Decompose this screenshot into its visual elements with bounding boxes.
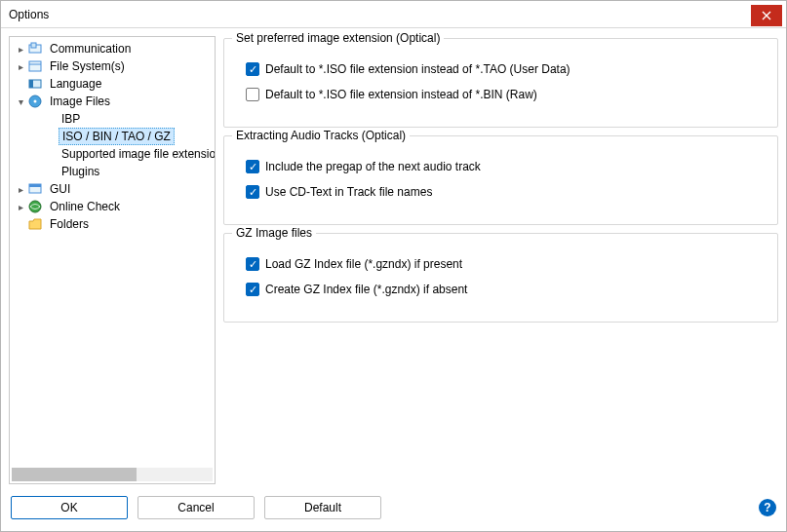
option-label: Load GZ Index file (*.gzndx) if present xyxy=(265,257,462,271)
svg-point-10 xyxy=(29,201,41,212)
cancel-button[interactable]: Cancel xyxy=(138,496,255,519)
tree-item-image-files[interactable]: ▾ Image Files xyxy=(10,93,216,110)
tree-item-language[interactable]: Language xyxy=(10,75,216,93)
option-label: Default to *.ISO file extension instead … xyxy=(265,62,571,76)
group-gz-image-files: GZ Image files ✓ Load GZ Index file (*.g… xyxy=(223,233,778,323)
option-cdtext[interactable]: ✓ Use CD-Text in Track file names xyxy=(246,185,764,199)
option-label: Include the pregap of the next audio tra… xyxy=(265,160,481,173)
tree-item-iso-bin-tao-gz[interactable]: ISO / BIN / TAO / GZ xyxy=(10,128,216,145)
option-load-gz-index[interactable]: ✓ Load GZ Index file (*.gzndx) if presen… xyxy=(246,257,764,271)
svg-rect-1 xyxy=(31,43,36,48)
default-button[interactable]: Default xyxy=(264,496,381,519)
option-include-pregap[interactable]: ✓ Include the pregap of the next audio t… xyxy=(246,160,764,173)
option-default-iso-tao[interactable]: ✓ Default to *.ISO file extension instea… xyxy=(246,62,764,76)
help-icon[interactable]: ? xyxy=(759,499,776,516)
group-extracting-audio: Extracting Audio Tracks (Optical) ✓ Incl… xyxy=(223,135,778,225)
communication-icon xyxy=(27,41,43,57)
chevron-right-icon[interactable]: ▸ xyxy=(14,202,27,212)
svg-rect-9 xyxy=(29,184,41,187)
checkbox[interactable]: ✓ xyxy=(246,62,259,76)
checkbox[interactable] xyxy=(246,88,259,101)
checkbox[interactable]: ✓ xyxy=(246,283,259,296)
group-title: Extracting Audio Tracks (Optical) xyxy=(232,129,410,142)
body: ▸ Communication ▸ File System(s) Languag… xyxy=(1,28,786,484)
chevron-right-icon[interactable]: ▸ xyxy=(14,44,27,55)
svg-rect-5 xyxy=(29,80,33,88)
ok-button[interactable]: OK xyxy=(11,496,128,519)
chevron-right-icon[interactable]: ▸ xyxy=(14,184,27,195)
bottom-bar: OK Cancel Default ? xyxy=(1,484,786,531)
globe-icon xyxy=(27,199,43,214)
chevron-down-icon[interactable]: ▾ xyxy=(14,96,27,107)
svg-point-7 xyxy=(34,100,37,103)
option-label: Use CD-Text in Track file names xyxy=(265,185,432,199)
tree-item-communication[interactable]: ▸ Communication xyxy=(10,40,216,57)
window-title: Options xyxy=(9,8,49,21)
option-label: Create GZ Index file (*.gzndx) if absent xyxy=(265,283,467,296)
tree-item-plugins[interactable]: Plugins xyxy=(10,163,216,180)
tree-item-gui[interactable]: ▸ GUI xyxy=(10,180,216,198)
group-preferred-extension: Set preferred image extension (Optical) … xyxy=(223,38,778,128)
close-icon xyxy=(762,11,771,20)
file-system-icon xyxy=(27,58,43,74)
tree-item-supported-ext[interactable]: Supported image file extension xyxy=(10,145,216,163)
checkbox[interactable]: ✓ xyxy=(246,257,259,271)
group-title: Set preferred image extension (Optical) xyxy=(232,31,444,45)
language-icon xyxy=(27,76,43,92)
checkbox[interactable]: ✓ xyxy=(246,185,259,199)
titlebar: Options xyxy=(1,1,786,28)
close-button[interactable] xyxy=(751,5,782,26)
group-title: GZ Image files xyxy=(232,226,316,240)
option-default-iso-bin[interactable]: Default to *.ISO file extension instead … xyxy=(246,88,764,101)
tree-item-file-system[interactable]: ▸ File System(s) xyxy=(10,57,216,75)
gui-icon xyxy=(27,181,43,197)
disc-icon xyxy=(27,94,43,109)
scrollbar-thumb[interactable] xyxy=(12,468,137,481)
nav-tree: ▸ Communication ▸ File System(s) Languag… xyxy=(9,36,216,484)
folder-icon xyxy=(27,216,43,232)
option-label: Default to *.ISO file extension instead … xyxy=(265,88,537,101)
horizontal-scrollbar[interactable] xyxy=(12,468,213,481)
checkbox[interactable]: ✓ xyxy=(246,160,259,173)
option-create-gz-index[interactable]: ✓ Create GZ Index file (*.gzndx) if abse… xyxy=(246,283,764,296)
tree-item-online-check[interactable]: ▸ Online Check xyxy=(10,198,216,215)
content-panel: Set preferred image extension (Optical) … xyxy=(223,36,778,484)
svg-rect-2 xyxy=(29,61,41,71)
tree-item-folders[interactable]: Folders xyxy=(10,215,216,233)
chevron-right-icon[interactable]: ▸ xyxy=(14,61,27,72)
tree-item-ibp[interactable]: IBP xyxy=(10,110,216,128)
